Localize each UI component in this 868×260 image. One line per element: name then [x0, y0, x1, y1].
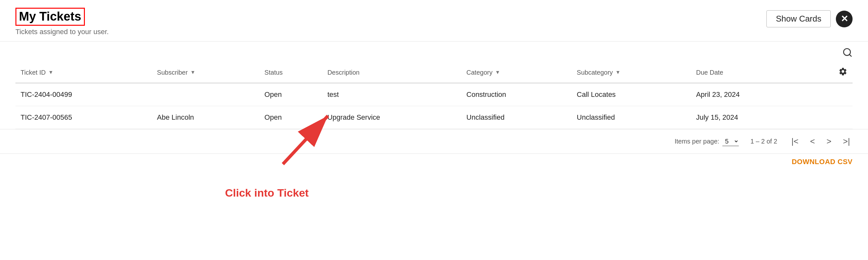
cell-subcategory: Unclassified	[571, 106, 691, 129]
col-header-subcategory[interactable]: Subcategory ▼	[571, 62, 691, 83]
cell-subcategory: Call Locates	[571, 83, 691, 106]
items-per-page: Items per page: 5 10 25	[675, 137, 739, 146]
close-button[interactable]: ✕	[836, 10, 852, 27]
cell-category: Unclassified	[461, 106, 571, 129]
header-right: Show Cards ✕	[767, 10, 852, 27]
cell-due-date: April 23, 2024	[691, 83, 810, 106]
search-button[interactable]	[842, 47, 852, 60]
cell-ticket-id: TIC-2407-00565	[16, 106, 152, 129]
table-row[interactable]: TIC-2407-00565 Abe Lincoln Open Upgrade …	[16, 106, 852, 129]
col-header-settings[interactable]	[810, 62, 853, 83]
col-header-description: Description	[322, 62, 461, 83]
col-header-category[interactable]: Category ▼	[461, 62, 571, 83]
sort-arrow-subscriber: ▼	[190, 69, 195, 75]
page-header: My Tickets Tickets assigned to your user…	[0, 0, 868, 41]
tickets-table: Ticket ID ▼ Subscriber ▼ Status	[16, 62, 852, 129]
prev-page-button[interactable]: <	[808, 135, 817, 148]
header-left: My Tickets Tickets assigned to your user…	[16, 8, 108, 36]
col-header-due-date: Due Date	[691, 62, 810, 83]
download-csv-link[interactable]: DOWNLOAD CSV	[792, 158, 852, 166]
items-per-page-label: Items per page:	[675, 138, 719, 145]
last-page-button[interactable]: >|	[840, 135, 852, 148]
page-title: My Tickets	[16, 8, 85, 26]
table-row[interactable]: TIC-2404-00499 Open test Construction Ca…	[16, 83, 852, 106]
sort-arrow-category: ▼	[495, 69, 500, 75]
next-page-button[interactable]: >	[824, 135, 834, 148]
cell-description: test	[322, 83, 461, 106]
cell-settings	[810, 83, 853, 106]
col-header-ticket-id[interactable]: Ticket ID ▼	[16, 62, 152, 83]
annotation-label: Click into Ticket	[225, 186, 309, 199]
table-header-row: Ticket ID ▼ Subscriber ▼ Status	[16, 62, 852, 83]
show-cards-button[interactable]: Show Cards	[767, 10, 831, 27]
svg-line-1	[849, 54, 851, 56]
close-icon: ✕	[841, 13, 848, 24]
sort-arrow-subcategory: ▼	[615, 69, 620, 75]
per-page-select[interactable]: 5 10 25	[722, 137, 739, 146]
sort-arrow-ticket-id: ▼	[48, 69, 53, 75]
cell-category: Construction	[461, 83, 571, 106]
col-header-subscriber[interactable]: Subscriber ▼	[152, 62, 259, 83]
toolbar	[0, 41, 868, 62]
cell-status: Open	[259, 83, 322, 106]
first-page-button[interactable]: |<	[789, 135, 801, 148]
page-subtitle: Tickets assigned to your user.	[16, 28, 108, 36]
cell-status: Open	[259, 106, 322, 129]
pagination-row: Items per page: 5 10 25 1 – 2 of 2 |< < …	[0, 129, 868, 153]
cell-description: Upgrade Service	[322, 106, 461, 129]
cell-due-date: July 15, 2024	[691, 106, 810, 129]
page-info: 1 – 2 of 2	[750, 138, 777, 145]
search-icon	[842, 49, 852, 60]
cell-subscriber	[152, 83, 259, 106]
bottom-row: DOWNLOAD CSV	[0, 153, 868, 170]
cell-ticket-id: TIC-2404-00499	[16, 83, 152, 106]
tickets-table-container: Ticket ID ▼ Subscriber ▼ Status	[0, 62, 868, 129]
cell-subscriber: Abe Lincoln	[152, 106, 259, 129]
settings-gear-icon[interactable]	[838, 68, 847, 78]
cell-settings	[810, 106, 853, 129]
col-header-status: Status	[259, 62, 322, 83]
